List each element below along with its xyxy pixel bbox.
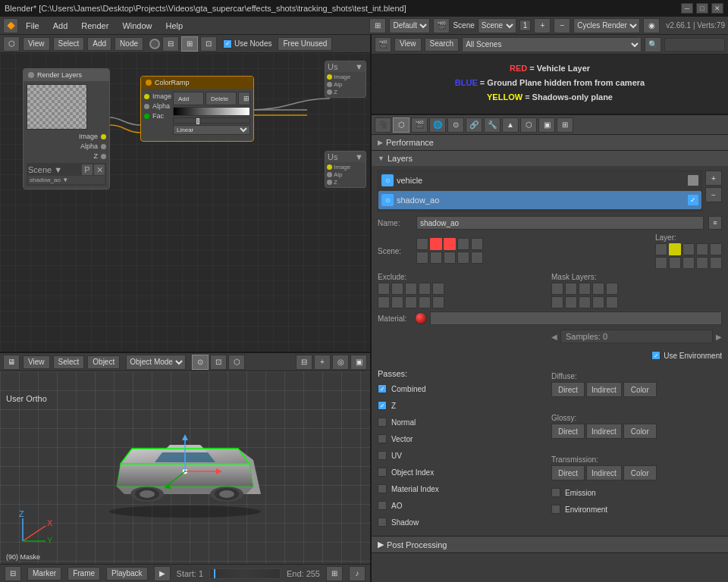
view-menu[interactable]: View <box>23 37 50 51</box>
render-props-icon[interactable]: 🎥 <box>375 117 391 133</box>
right-view-btn[interactable]: View <box>394 38 422 52</box>
select-menu-3d[interactable]: Select <box>53 355 85 369</box>
object-mode-select[interactable]: Object Mode <box>126 355 186 370</box>
node-canvas[interactable]: Render Layers Image Alpha <box>0 53 370 352</box>
mask-cell-0[interactable] <box>551 283 563 295</box>
maximize-button[interactable]: □ <box>696 3 708 14</box>
frame-menu[interactable]: Frame <box>67 567 100 580</box>
excl-cell-5[interactable] <box>378 296 390 308</box>
scene-props-icon[interactable]: 🎬 <box>411 117 428 133</box>
object-props-icon[interactable]: ⊙ <box>447 117 464 133</box>
layer-grid[interactable] <box>655 243 722 269</box>
mask-cell-9[interactable] <box>606 296 618 308</box>
menu-window[interactable]: Window <box>116 20 158 32</box>
use-nodes-checkbox[interactable]: ✓ <box>223 39 232 48</box>
mask-cell-1[interactable] <box>565 283 577 295</box>
ramp-stops[interactable] <box>173 117 250 124</box>
layer-cell-8[interactable] <box>696 257 708 269</box>
modifiers-icon[interactable]: 🔧 <box>484 117 500 133</box>
layer-cell-6[interactable] <box>669 257 681 269</box>
layout-dropdown[interactable]: Default <box>389 18 430 33</box>
layer-cell-3[interactable] <box>696 243 708 255</box>
excl-cell-1[interactable] <box>391 283 403 295</box>
scene-cell-6[interactable] <box>430 252 442 264</box>
add-layer-btn[interactable]: + <box>705 171 722 186</box>
right-search-btn[interactable]: Search <box>425 38 460 52</box>
mask-cell-8[interactable] <box>592 296 604 308</box>
glossy-indirect-btn[interactable]: Indirect <box>586 424 622 439</box>
scene-cell-2[interactable] <box>444 238 456 250</box>
pass-normal-checkbox[interactable] <box>378 418 387 427</box>
view-menu-3d[interactable]: View <box>23 355 50 369</box>
ramp-options-btn[interactable]: ⊞ <box>238 92 250 105</box>
excl-cell-9[interactable] <box>432 296 444 308</box>
exclude-grid[interactable] <box>378 283 548 308</box>
scene-grid[interactable] <box>416 238 648 264</box>
diffuse-direct-btn[interactable]: Direct <box>551 382 585 397</box>
excl-cell-3[interactable] <box>419 283 431 295</box>
mask-grid[interactable] <box>551 283 722 308</box>
particles-icon[interactable]: ⊞ <box>557 117 573 133</box>
emission-checkbox[interactable] <box>551 488 560 497</box>
minimize-button[interactable]: ─ <box>681 3 693 14</box>
trans-color-btn[interactable]: Color <box>623 465 657 480</box>
mask-cell-5[interactable] <box>551 296 563 308</box>
remove-layer-btn[interactable]: − <box>705 187 722 202</box>
mask-cell-4[interactable] <box>606 283 618 295</box>
layer-shadow-checkbox[interactable]: ✓ <box>688 195 698 205</box>
object-menu-3d[interactable]: Object <box>87 355 120 369</box>
performance-header[interactable]: ▶ Performance <box>372 135 728 150</box>
mask-cell-7[interactable] <box>579 296 591 308</box>
diffuse-indirect-btn[interactable]: Indirect <box>586 382 622 397</box>
mask-cell-6[interactable] <box>565 296 577 308</box>
samples-right-arrow[interactable]: ▶ <box>716 333 722 341</box>
timeline-cursor[interactable] <box>214 569 215 578</box>
audio-icon[interactable]: ♪ <box>349 566 366 581</box>
wire-shading-btn[interactable]: ⊡ <box>210 355 227 370</box>
scene-cell-4[interactable] <box>471 238 483 250</box>
material-swatch[interactable] <box>415 312 427 324</box>
viewport-nav-3[interactable]: ◎ <box>332 355 349 370</box>
layer-cell-0[interactable] <box>655 243 667 255</box>
material-shading-btn[interactable]: ⬡ <box>228 355 245 370</box>
excl-cell-6[interactable] <box>391 296 403 308</box>
ramp-stop-marker[interactable] <box>196 118 199 124</box>
render-layers-node[interactable]: Render Layers Image Alpha <box>23 68 110 189</box>
node-menu[interactable]: Node <box>115 37 143 51</box>
diffuse-color-btn[interactable]: Color <box>623 382 657 397</box>
menu-file[interactable]: File <box>20 20 46 32</box>
playback-menu[interactable]: Playback <box>106 567 148 580</box>
layer-vehicle[interactable]: ⊙ vehicle <box>378 171 701 189</box>
free-unused-btn[interactable]: Free Unused <box>278 37 332 51</box>
scene-x-icon[interactable]: ✕ <box>94 164 105 175</box>
marker-menu[interactable]: Marker <box>27 567 61 580</box>
world-props-icon[interactable]: 🌐 <box>429 117 446 133</box>
scene-cell-0[interactable] <box>416 238 428 250</box>
excl-cell-0[interactable] <box>378 283 390 295</box>
timeline[interactable] <box>209 568 281 579</box>
scene-cell-1[interactable] <box>430 238 442 250</box>
add-menu[interactable]: Add <box>87 37 111 51</box>
solid-shading-btn[interactable]: ⊙ <box>192 355 209 370</box>
scene-search-input[interactable] <box>664 38 725 52</box>
viewport-canvas[interactable]: User Ortho <box>0 371 370 564</box>
pass-matidx-checkbox[interactable] <box>378 484 387 493</box>
layer-selector[interactable]: shadow_ao ▼ <box>28 176 105 184</box>
samples-left-arrow[interactable]: ◀ <box>551 333 557 341</box>
layer-cell-9[interactable] <box>710 257 722 269</box>
delete-stop-btn[interactable]: Delete <box>206 92 237 105</box>
layer-vehicle-checkbox[interactable] <box>688 175 698 186</box>
mask-cell-2[interactable] <box>579 283 591 295</box>
interpolation-select[interactable]: Linear <box>173 125 250 135</box>
color-ramp-bar[interactable] <box>173 107 250 116</box>
samples-slider[interactable]: Samples: 0 <box>560 330 713 343</box>
menu-render[interactable]: Render <box>75 20 115 32</box>
layers-header[interactable]: ▼ Layers <box>372 151 728 166</box>
layer-cell-4[interactable] <box>710 243 722 255</box>
menu-add[interactable]: Add <box>47 20 74 32</box>
viewport-nav-1[interactable]: ⊟ <box>296 355 312 370</box>
playback-icon[interactable]: ⊞ <box>326 566 343 581</box>
name-input[interactable]: shadow_ao <box>416 216 704 230</box>
material-input[interactable] <box>430 311 722 325</box>
pass-vector-checkbox[interactable] <box>378 434 387 443</box>
